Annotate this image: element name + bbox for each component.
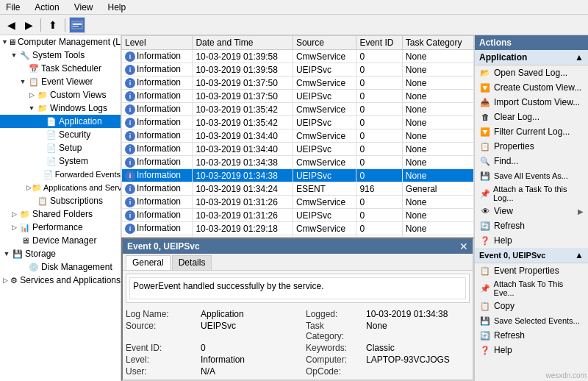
tree-custom-views[interactable]: ▷ 📁 Custom Views <box>0 88 121 102</box>
table-row[interactable]: iInformation10-03-2019 01:39:58CmwServic… <box>122 50 474 63</box>
back-button[interactable]: ◀ <box>3 17 19 33</box>
tree-subscriptions[interactable]: ▷ 📋 Subscriptions <box>0 194 121 207</box>
application-label: Application <box>59 116 102 127</box>
action-attach-task-event[interactable]: 📌 Attach Task To This Eve... <box>475 278 588 299</box>
detail-close-button[interactable]: ✕ <box>459 241 468 252</box>
security-label: Security <box>59 129 90 140</box>
table-row[interactable]: iInformation10-03-2019 01:34:40UEIPSvc0N… <box>122 143 474 156</box>
tree-storage[interactable]: ▼ 💾 Storage <box>0 247 121 260</box>
action-open-saved-log[interactable]: 📂 Open Saved Log... <box>475 65 588 80</box>
tree-performance[interactable]: ▷ 📊 Performance <box>0 221 121 234</box>
table-row[interactable]: iInformation10-03-2019 01:34:24ESENT916G… <box>122 182 474 196</box>
forward-button[interactable]: ▶ <box>21 17 37 33</box>
action-save-selected-events[interactable]: 💾 Save Selected Events... <box>475 313 588 328</box>
table-row[interactable]: iInformation10-03-2019 01:34:40CmwServic… <box>122 129 474 143</box>
center-panel: Level Date and Time Source Event ID Task… <box>121 35 474 381</box>
table-row[interactable]: iInformation10-03-2019 01:35:42CmwServic… <box>122 103 474 116</box>
table-row[interactable]: iInformation10-03-2019 01:39:58UEIPSvc0N… <box>122 63 474 76</box>
tree-setup[interactable]: ▷ 📄 Setup <box>0 141 121 154</box>
table-row[interactable]: iInformation10-03-2019 01:29:18CmwServic… <box>122 222 474 235</box>
computer-label: Computer: <box>306 355 365 365</box>
table-area[interactable]: Level Date and Time Source Event ID Task… <box>121 35 474 238</box>
action-attach-task[interactable]: 📌 Attach a Task To this Log... <box>475 183 588 204</box>
table-row[interactable]: iInformation10-03-2019 01:31:26UEIPSvc0N… <box>122 209 474 222</box>
col-source: Source <box>293 36 356 50</box>
col-category: Task Category <box>402 36 473 50</box>
keywords-label: Keywords: <box>306 343 365 353</box>
windows-logs-label: Windows Logs <box>50 103 107 113</box>
action-filter-current[interactable]: 🔽 Filter Current Log... <box>475 124 588 139</box>
tree-root[interactable]: ▼ 🖥 Computer Management (Local) <box>0 35 121 49</box>
table-row[interactable]: iInformation10-03-2019 01:31:26CmwServic… <box>122 196 474 209</box>
action-create-custom-view[interactable]: 🔽 Create Custom View... <box>475 80 588 95</box>
tree-device-manager[interactable]: ▷ 🖥 Device Manager <box>0 234 121 247</box>
custom-views-label: Custom Views <box>50 90 106 100</box>
table-row[interactable]: iInformation10-03-2019 01:37:50UEIPSvc0N… <box>122 90 474 103</box>
action-event-properties[interactable]: 📋 Event Properties <box>475 263 588 278</box>
opcode-label: OpCode: <box>306 366 365 377</box>
tree-forwarded-events[interactable]: ▷ 📄 Forwarded Events <box>0 168 121 181</box>
action-import-custom-view[interactable]: 📥 Import Custom View... <box>475 95 588 110</box>
table-row[interactable]: iInformation10-03-2019 01:35:42UEIPSvc0N… <box>122 116 474 129</box>
source-value: UEIPSvc <box>201 321 304 341</box>
event-id-label: Event ID: <box>126 343 199 353</box>
log-name-label: Log Name: <box>126 309 199 319</box>
tree-system-tools[interactable]: ▼ 🔧 System Tools <box>0 49 121 62</box>
disk-management-label: Disk Management <box>41 262 112 272</box>
tree-event-viewer[interactable]: ▼ 📋 Event Viewer <box>0 75 121 88</box>
tree-apps-services[interactable]: ▷ 📁 Applications and Services <box>0 181 121 194</box>
tree-task-scheduler[interactable]: ▷ 📅 Task Scheduler <box>0 62 121 75</box>
action-properties[interactable]: 📋 Properties <box>475 139 588 154</box>
svg-rect-1 <box>73 23 82 24</box>
action-find[interactable]: 🔍 Find... <box>475 154 588 168</box>
event-viewer-label: Event Viewer <box>41 76 93 87</box>
logged-label: Logged: <box>306 309 365 319</box>
detail-header: Event 0, UEIPSvc ✕ <box>123 239 473 254</box>
action-save-all-events[interactable]: 💾 Save All Events As... <box>475 168 588 183</box>
table-row[interactable]: iInformation10-03-2019 01:34:38UEIPSvc0N… <box>122 169 474 182</box>
actions-section-0: Application ▲ 📂 Open Saved Log... 🔽 Crea… <box>475 50 588 248</box>
menu-action[interactable]: Action <box>32 2 62 13</box>
tree-application[interactable]: ▷ 📄 Application <box>0 115 121 128</box>
col-level: Level <box>122 36 193 50</box>
action-help[interactable]: ❓ Help <box>475 233 588 248</box>
up-button[interactable]: ⬆ <box>45 17 61 33</box>
watermark-text: wesxdn.com <box>545 371 587 380</box>
detail-message: PowerEvent handled successfully by the s… <box>129 277 466 299</box>
opcode-value <box>366 366 470 377</box>
action-refresh[interactable]: 🔄 Refresh <box>475 218 588 233</box>
task-category-value: None <box>366 321 470 341</box>
actions-section-1: Event 0, UEIPSvc ▲ 📋 Event Properties 📌 … <box>475 248 588 357</box>
action-help-event[interactable]: ❓ Help <box>475 343 588 357</box>
tab-details[interactable]: Details <box>172 255 212 270</box>
tree-shared-folders[interactable]: ▷ 📁 Shared Folders <box>0 207 121 221</box>
menu-file[interactable]: File <box>3 2 23 13</box>
section-collapse-icon[interactable]: ▲ <box>575 52 584 63</box>
tree-security[interactable]: ▷ 📄 Security <box>0 128 121 141</box>
forwarded-events-label: Forwarded Events <box>55 170 121 179</box>
action-copy[interactable]: 📋 Copy <box>475 299 588 313</box>
tree-system[interactable]: ▷ 📄 System <box>0 154 121 168</box>
action-refresh-event[interactable]: 🔄 Refresh <box>475 328 588 343</box>
table-row[interactable]: iInformation10-03-2019 01:37:50CmwServic… <box>122 76 474 90</box>
actions-header: Actions <box>475 35 588 50</box>
menu-help[interactable]: Help <box>105 2 129 13</box>
detail-panel: Event 0, UEIPSvc ✕ General Details Power… <box>121 238 474 381</box>
computer-management-label: Computer Management (Local) <box>18 37 121 47</box>
storage-label: Storage <box>25 249 56 259</box>
action-clear-log[interactable]: 🗑 Clear Log... <box>475 110 588 124</box>
tree-services-apps[interactable]: ▷ ⚙ Services and Applications <box>0 274 121 287</box>
menu-view[interactable]: View <box>71 2 96 13</box>
event-id-value: 0 <box>201 343 304 353</box>
detail-fields: Log Name: Application Logged: 10-03-2019… <box>123 306 473 380</box>
table-row[interactable]: iInformation10-03-2019 01:34:38CmwServic… <box>122 156 474 169</box>
task-category-label: Task Category: <box>306 321 365 341</box>
tree-windows-logs[interactable]: ▼ 📁 Windows Logs <box>0 102 121 115</box>
action-view[interactable]: 👁 View ▶ <box>475 204 588 218</box>
level-value: Information <box>201 355 304 365</box>
logged-value: 10-03-2019 01:34:38 <box>366 309 470 319</box>
section-2-collapse-icon[interactable]: ▲ <box>575 250 584 260</box>
tree-disk-management[interactable]: ▷ 💿 Disk Management <box>0 260 121 274</box>
svg-rect-2 <box>73 24 82 25</box>
tab-general[interactable]: General <box>126 255 171 270</box>
